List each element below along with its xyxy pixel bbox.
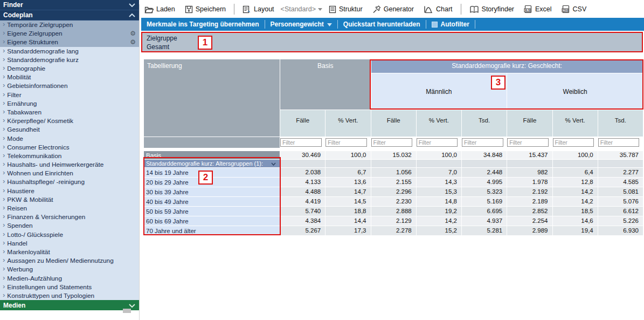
sidebar-item-label: Tabakwaren bbox=[7, 108, 137, 116]
basis-value-cell: 15.437 bbox=[507, 151, 552, 159]
sidebar-item[interactable]: ›Eigene Zielgruppen⚙ bbox=[0, 29, 139, 38]
sidebar-item[interactable]: ›Gebietsinformationen bbox=[0, 81, 139, 90]
sidebar-item-label: Medien-Aufzählung bbox=[7, 275, 137, 282]
empty-cell bbox=[417, 160, 461, 167]
gear-icon[interactable]: ⚙ bbox=[130, 38, 136, 46]
scrollbar-thumb[interactable] bbox=[123, 309, 131, 313]
sidebar-item[interactable]: ›Haushaltspflege/ -reinigung bbox=[0, 178, 139, 186]
sidebar-item[interactable]: ›Gesundheit bbox=[0, 125, 139, 134]
table-row-label[interactable]: 30 bis 39 Jahre bbox=[144, 187, 280, 196]
gender-group-header: Standarddemografie kurz: Geschlecht: bbox=[371, 59, 643, 73]
excel-button[interactable]: XLSExcel bbox=[521, 4, 555, 15]
value-cell: 6,4 bbox=[553, 168, 598, 177]
sidebar-item-label: Filter bbox=[7, 91, 137, 99]
sidebar-item-label: Reisen bbox=[7, 205, 137, 212]
value-cell: 2.189 bbox=[507, 197, 552, 206]
filter-input[interactable] bbox=[326, 138, 367, 147]
value-cell: 14,4 bbox=[326, 216, 370, 226]
filter-input[interactable] bbox=[371, 138, 413, 147]
age-group-dropdown[interactable]: Standarddemografie kurz: Altersgruppen (… bbox=[144, 160, 280, 167]
sidebar-item[interactable]: ›Einstellungen und Statements bbox=[0, 283, 139, 291]
sidebar-item-list: ›Temporäre Zielgruppen›Eigene Zielgruppe… bbox=[0, 21, 139, 300]
sidebar-section-finder[interactable]: Finder bbox=[0, 0, 139, 10]
load-button[interactable]: Laden bbox=[141, 4, 178, 15]
storyfinder-button[interactable]: Storyfinder bbox=[466, 4, 517, 15]
sidebar-item[interactable]: ›Finanzen & Versicherungen bbox=[0, 213, 139, 221]
chevron-right-icon: › bbox=[3, 74, 5, 79]
sidebar-item-label: Einstellungen und Statements bbox=[7, 283, 137, 291]
sidebar-item[interactable]: ›Reisen bbox=[0, 204, 139, 213]
save-button[interactable]: Speichern bbox=[182, 4, 229, 15]
personengewicht-dropdown[interactable]: Personengewicht bbox=[265, 18, 337, 31]
chevron-right-icon: › bbox=[3, 92, 5, 97]
layout-standard-dropdown[interactable]: <Standard> bbox=[281, 5, 322, 13]
table-row-label[interactable]: 14 bis 19 Jahre bbox=[144, 168, 280, 177]
table-row-label[interactable]: 40 bis 49 Jahre bbox=[144, 197, 280, 206]
chevron-right-icon: › bbox=[3, 48, 5, 53]
sidebar-item[interactable]: ›Werbung bbox=[0, 265, 139, 274]
sidebar-section-medien[interactable]: Medien bbox=[0, 300, 139, 310]
filter-input[interactable] bbox=[507, 138, 549, 147]
generator-button[interactable]: Generator bbox=[369, 4, 417, 15]
filter-input[interactable] bbox=[417, 138, 458, 147]
chevron-up-icon bbox=[129, 11, 135, 19]
sidebar-item[interactable]: ›Filter bbox=[0, 91, 139, 99]
value-cell: 5.081 bbox=[598, 187, 643, 196]
table-row-label[interactable]: 70 Jahre und älter bbox=[144, 226, 280, 235]
sidebar-item[interactable]: ›Demographie bbox=[0, 64, 139, 73]
empty-cell bbox=[280, 160, 325, 167]
sidebar-item[interactable]: ›Standarddemografie lang bbox=[0, 47, 139, 56]
layout-button[interactable]: Layout bbox=[239, 4, 278, 15]
value-cell: 4.384 bbox=[280, 216, 325, 226]
sidebar-item[interactable]: ›Eigene Strukturen⚙ bbox=[0, 38, 139, 46]
sidebar-item[interactable]: ›Konstrukttypen und Typologien bbox=[0, 291, 139, 300]
sidebar-item[interactable]: ›PKW & Mobilität bbox=[0, 195, 139, 204]
sidebar-section-codeplan[interactable]: Codeplan bbox=[0, 10, 139, 21]
target-group-value: Gesamt bbox=[147, 43, 642, 51]
sidebar-item[interactable]: ›Mobilität bbox=[0, 73, 139, 81]
csv-file-icon: CSV bbox=[562, 5, 570, 13]
value-cell: 4.995 bbox=[462, 178, 507, 187]
sidebar-item[interactable]: ›Tabakwaren bbox=[0, 108, 139, 117]
sidebar-item[interactable]: ›Mode bbox=[0, 134, 139, 142]
csv-button[interactable]: CSVCSV bbox=[558, 4, 590, 15]
filter-input[interactable] bbox=[462, 138, 503, 147]
gear-icon[interactable]: ⚙ bbox=[130, 30, 136, 37]
sidebar-item[interactable]: ›Spenden bbox=[0, 221, 139, 230]
sidebar-item[interactable]: ›Standarddemografie kurz bbox=[0, 56, 139, 64]
chevron-right-icon: › bbox=[3, 83, 5, 88]
filter-cell bbox=[280, 137, 325, 148]
chart-button[interactable]: Chart bbox=[420, 4, 456, 15]
sidebar-item[interactable]: ›Ernährung bbox=[0, 99, 139, 108]
sidebar-item[interactable]: ›Aussagen zu Medien/ Mediennutzung bbox=[0, 256, 139, 265]
autofilter-toggle[interactable]: Autofilter bbox=[426, 18, 475, 31]
table-row-label[interactable]: 50 bis 59 Jahre bbox=[144, 207, 280, 216]
sidebar-item[interactable]: ›Handel bbox=[0, 239, 139, 248]
column-header: Fälle bbox=[280, 110, 325, 137]
toolbar-button-label: Chart bbox=[436, 5, 453, 13]
table-row-label[interactable]: 60 bis 69 Jahre bbox=[144, 216, 280, 226]
quickstart-button[interactable]: Quickstart herunterladen bbox=[338, 18, 426, 31]
sidebar-item[interactable]: ›Haushalts- und Heimwerkergeräte bbox=[0, 160, 139, 169]
table-row-label[interactable]: 20 bis 29 Jahre bbox=[144, 178, 280, 187]
value-cell: 19,2 bbox=[417, 207, 461, 216]
filter-input[interactable] bbox=[598, 138, 640, 147]
filter-input[interactable] bbox=[553, 138, 594, 147]
basis-value-cell: 34.848 bbox=[462, 151, 507, 159]
structure-button[interactable]: Struktur bbox=[326, 4, 366, 15]
targeting-button[interactable]: Merkmale ins Targeting übernehmen bbox=[141, 18, 265, 31]
sidebar-item[interactable]: ›Medien-Aufzählung bbox=[0, 274, 139, 282]
sidebar-item[interactable]: ›Consumer Electronics bbox=[0, 143, 139, 152]
sidebar-item[interactable]: ›Haustiere bbox=[0, 187, 139, 195]
value-cell: 15,2 bbox=[417, 226, 461, 235]
sidebar-item[interactable]: ›Telekommunikation bbox=[0, 152, 139, 160]
sidebar-item-label: Gesundheit bbox=[7, 126, 137, 133]
sidebar-item[interactable]: ›Temporäre Zielgruppen bbox=[0, 21, 139, 29]
sidebar-item[interactable]: ›Körperpflege/ Kosmetik bbox=[0, 117, 139, 125]
sidebar-item[interactable]: ›Markenloyalität bbox=[0, 248, 139, 256]
sidebar-item-label: Handel bbox=[7, 240, 137, 247]
sidebar-item[interactable]: ›Wohnen und Einrichten bbox=[0, 169, 139, 178]
filter-input[interactable] bbox=[280, 138, 322, 147]
sidebar-item[interactable]: ›Lotto-/ Glücksspiele bbox=[0, 230, 139, 239]
chevron-right-icon: › bbox=[3, 22, 5, 27]
